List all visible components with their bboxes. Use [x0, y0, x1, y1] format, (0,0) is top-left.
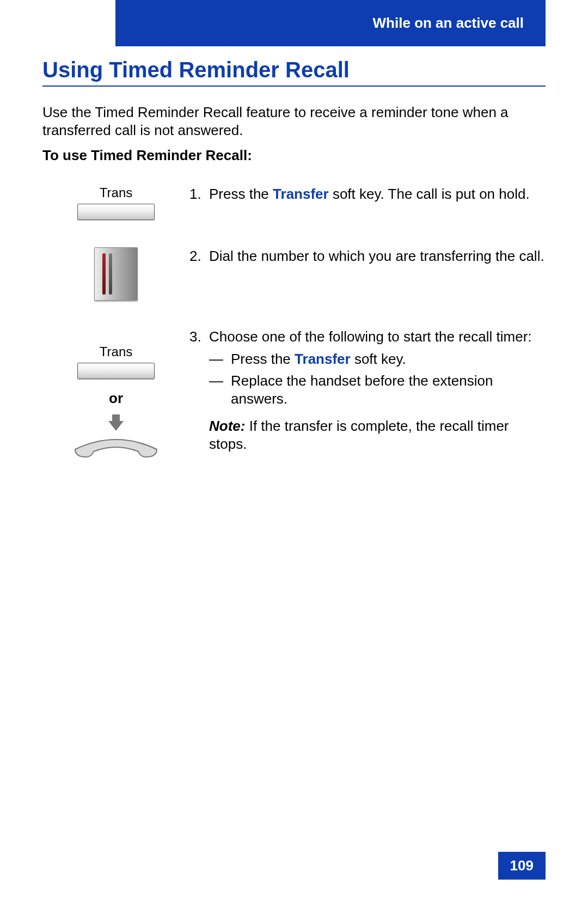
step-3: Trans or 3. Choose one of the following …: [42, 328, 546, 459]
step-3-opt1-pre: Press the: [231, 351, 295, 367]
header-bar: While on an active call: [115, 0, 546, 46]
transfer-term-2: Transfer: [295, 351, 351, 367]
step-3-lead: Choose one of the following to start the…: [209, 328, 532, 346]
step-1-post: soft key. The call is put on hold.: [329, 186, 530, 202]
step-2-number: 2.: [189, 247, 209, 265]
transfer-term: Transfer: [273, 186, 329, 202]
softkey-label: Trans: [100, 185, 132, 200]
step-3-option-1: — Press the Transfer soft key.: [209, 350, 546, 368]
step-3-option-2: — Replace the handset before the extensi…: [209, 372, 546, 407]
step-3-note: Note: If the transfer is complete, the r…: [209, 417, 546, 453]
dash-icon: —: [209, 350, 231, 368]
step-1-text: 1. Press the Transfer soft key. The call…: [189, 185, 546, 203]
step-2-icon-col: [42, 247, 189, 301]
phone-base-icon: [94, 247, 138, 301]
step-3-icon-col: Trans or: [42, 328, 189, 459]
note-text: If the transfer is complete, the recall …: [209, 418, 509, 452]
step-2-text: 2. Dial the number to which you are tran…: [189, 247, 546, 265]
procedure-heading: To use Timed Reminder Recall:: [42, 147, 252, 164]
intro-paragraph: Use the Timed Reminder Recall feature to…: [42, 103, 538, 139]
softkey-button-icon-2: [77, 363, 155, 379]
dash-icon-2: —: [209, 372, 231, 407]
step-1: Trans 1. Press the Transfer soft key. Th…: [42, 185, 546, 220]
note-label: Note:: [209, 418, 245, 434]
page-title: Using Timed Reminder Recall: [42, 58, 546, 87]
hangup-icon: [70, 414, 162, 459]
step-3-opt1-post: soft key.: [351, 351, 406, 367]
softkey-button-icon: [77, 204, 155, 220]
page-number: 109: [498, 852, 546, 880]
step-1-pre: Press the: [209, 186, 273, 202]
step-1-icon-col: Trans: [42, 185, 189, 220]
softkey-label-2: Trans: [100, 344, 132, 359]
step-3-opt2: Replace the handset before the extension…: [231, 372, 546, 407]
header-section-title: While on an active call: [373, 15, 524, 32]
step-2-body: Dial the number to which you are transfe…: [209, 247, 544, 265]
handset-icon: [70, 433, 162, 459]
step-3-text: 3. Choose one of the following to start …: [189, 328, 546, 453]
step-3-number: 3.: [189, 328, 209, 346]
step-2: 2. Dial the number to which you are tran…: [42, 247, 546, 301]
step-1-number: 1.: [189, 185, 209, 203]
or-label: or: [109, 390, 123, 407]
steps-container: Trans 1. Press the Transfer soft key. Th…: [42, 185, 546, 459]
arrow-down-icon: [108, 421, 124, 431]
